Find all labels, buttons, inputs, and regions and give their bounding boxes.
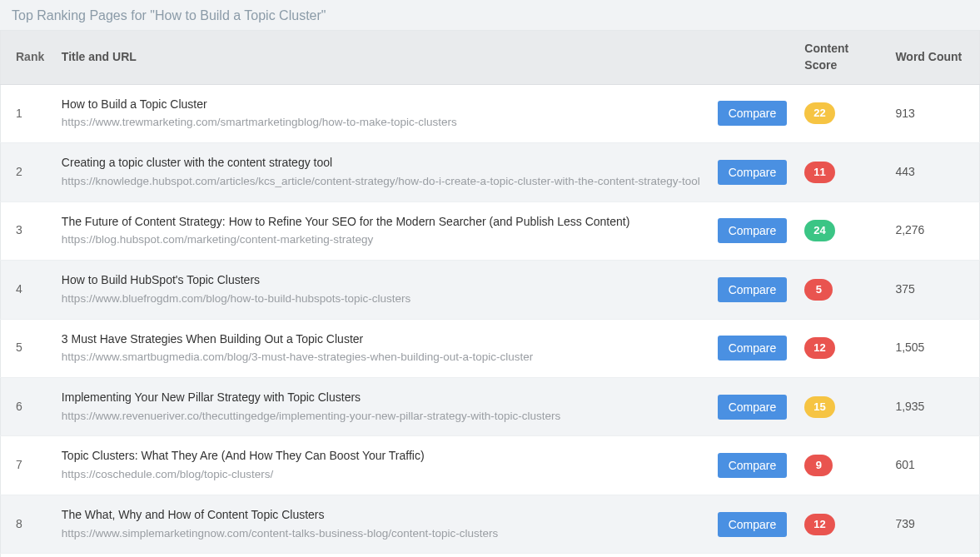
page-row-title[interactable]: How to Build a Topic Cluster (62, 97, 701, 113)
ranking-table: Rank Title and URL Content Score Word Co… (0, 30, 980, 557)
compare-button[interactable]: Compare (718, 160, 788, 185)
compare-button[interactable]: Compare (718, 395, 788, 420)
compare-cell: Compare (709, 143, 797, 201)
compare-cell: Compare (709, 319, 797, 377)
word-count-cell: 913 (887, 84, 979, 142)
table-row: 6Implementing Your New Pillar Strategy w… (1, 378, 980, 436)
table-row: 2Creating a topic cluster with the conte… (1, 143, 980, 201)
compare-button[interactable]: Compare (718, 277, 788, 302)
content-score-cell: 12 (796, 319, 887, 377)
page-row-title[interactable]: How to Build HubSpot's Topic Clusters (62, 272, 701, 289)
page-row-url[interactable]: https://knowledge.hubspot.com/articles/k… (62, 174, 701, 190)
title-url-cell: The What, Why and How of Content Topic C… (53, 495, 709, 553)
page-row-title[interactable]: The Future of Content Strategy: How to R… (62, 214, 701, 231)
content-score-badge: 15 (804, 396, 834, 418)
table-row: 3The Future of Content Strategy: How to … (1, 201, 980, 260)
rank-cell: 2 (1, 143, 53, 201)
col-header-compare (709, 31, 797, 84)
compare-button[interactable]: Compare (718, 453, 788, 478)
word-count-cell: 739 (887, 495, 979, 553)
content-score-badge: 24 (804, 220, 834, 241)
content-score-cell: 11 (796, 143, 887, 201)
rank-cell: 8 (1, 495, 53, 553)
compare-button[interactable]: Compare (718, 512, 788, 537)
rank-cell: 9 (1, 554, 53, 557)
compare-cell: Compare (709, 554, 797, 557)
rank-cell: 6 (1, 378, 53, 436)
content-score-cell: 5 (796, 261, 887, 319)
rank-cell: 7 (1, 436, 53, 495)
word-count-cell: 375 (887, 261, 979, 319)
compare-cell: Compare (709, 201, 797, 260)
title-url-cell: How to Build HubSpot's Topic Clustershtt… (53, 261, 709, 319)
table-row: 53 Must Have Strategies When Building Ou… (1, 319, 980, 377)
content-score-cell: 15 (796, 378, 887, 436)
content-score-badge: 22 (804, 102, 834, 124)
content-score-badge: 5 (804, 279, 833, 301)
rank-cell: 5 (1, 319, 53, 377)
word-count-cell: 443 (887, 143, 979, 201)
title-url-cell: 3 Must Have Strategies When Building Out… (53, 319, 709, 377)
title-url-cell: The Future of Content Strategy: How to R… (53, 201, 709, 260)
page-row-url[interactable]: https://www.bluefrogdm.com/blog/how-to-b… (62, 291, 701, 307)
page-row-url[interactable]: https://coschedule.com/blog/topic-cluste… (62, 467, 701, 483)
col-header-rank[interactable]: Rank (1, 31, 53, 84)
title-url-cell: Build Topic Clusters To Change Content A… (53, 554, 709, 557)
compare-cell: Compare (709, 378, 797, 436)
page-title: Top Ranking Pages for "How to Build a To… (0, 0, 980, 30)
content-score-cell: 6 (796, 554, 887, 557)
title-url-cell: Creating a topic cluster with the conten… (53, 143, 709, 201)
compare-cell: Compare (709, 436, 797, 495)
word-count-cell: 160 (887, 554, 979, 557)
rank-cell: 1 (1, 84, 53, 142)
col-header-content-score[interactable]: Content Score (796, 31, 887, 84)
content-score-badge: 9 (804, 455, 833, 476)
page-row-url[interactable]: https://blog.hubspot.com/marketing/conte… (62, 232, 701, 248)
compare-cell: Compare (709, 261, 797, 319)
compare-cell: Compare (709, 495, 797, 553)
col-header-title-url[interactable]: Title and URL (53, 31, 709, 84)
content-score-badge: 12 (804, 337, 834, 359)
compare-cell: Compare (709, 84, 797, 142)
page-row-title[interactable]: Creating a topic cluster with the conten… (62, 155, 701, 172)
title-url-cell: How to Build a Topic Clusterhttps://www.… (53, 84, 709, 142)
word-count-cell: 1,505 (887, 319, 979, 377)
content-score-badge: 12 (804, 514, 834, 535)
table-row: 1How to Build a Topic Clusterhttps://www… (1, 84, 980, 142)
table-row: 9Build Topic Clusters To Change Content … (1, 554, 980, 557)
title-url-cell: Topic Clusters: What They Are (And How T… (53, 436, 709, 495)
page-row-url[interactable]: https://www.revenueriver.co/thecuttinged… (62, 409, 701, 425)
page-row-title[interactable]: The What, Why and How of Content Topic C… (62, 507, 701, 524)
content-score-cell: 9 (796, 436, 887, 495)
word-count-cell: 1,935 (887, 378, 979, 436)
page-row-title[interactable]: Topic Clusters: What They Are (And How T… (62, 448, 701, 465)
table-row: 7Topic Clusters: What They Are (And How … (1, 436, 980, 495)
title-url-cell: Implementing Your New Pillar Strategy wi… (53, 378, 709, 436)
rank-cell: 4 (1, 261, 53, 319)
content-score-cell: 12 (796, 495, 887, 553)
table-row: 8The What, Why and How of Content Topic … (1, 495, 980, 553)
compare-button[interactable]: Compare (718, 336, 788, 361)
page-row-title[interactable]: Implementing Your New Pillar Strategy wi… (62, 390, 701, 406)
compare-button[interactable]: Compare (718, 218, 788, 243)
col-header-word-count[interactable]: Word Count (887, 31, 979, 84)
table-header-row: Rank Title and URL Content Score Word Co… (1, 31, 980, 84)
content-score-cell: 22 (796, 84, 887, 142)
page-row-url[interactable]: https://www.simplemarketingnow.com/conte… (62, 526, 701, 542)
word-count-cell: 2,276 (887, 201, 979, 260)
rank-cell: 3 (1, 201, 53, 260)
table-row: 4How to Build HubSpot's Topic Clustersht… (1, 261, 980, 319)
page-row-url[interactable]: https://www.trewmarketing.com/smartmarke… (62, 115, 701, 131)
compare-button[interactable]: Compare (718, 101, 788, 126)
content-score-badge: 11 (804, 162, 834, 183)
word-count-cell: 601 (887, 436, 979, 495)
page-row-title[interactable]: 3 Must Have Strategies When Building Out… (62, 331, 701, 348)
page-row-url[interactable]: https://www.smartbugmedia.com/blog/3-mus… (62, 350, 701, 366)
content-score-cell: 24 (796, 201, 887, 260)
